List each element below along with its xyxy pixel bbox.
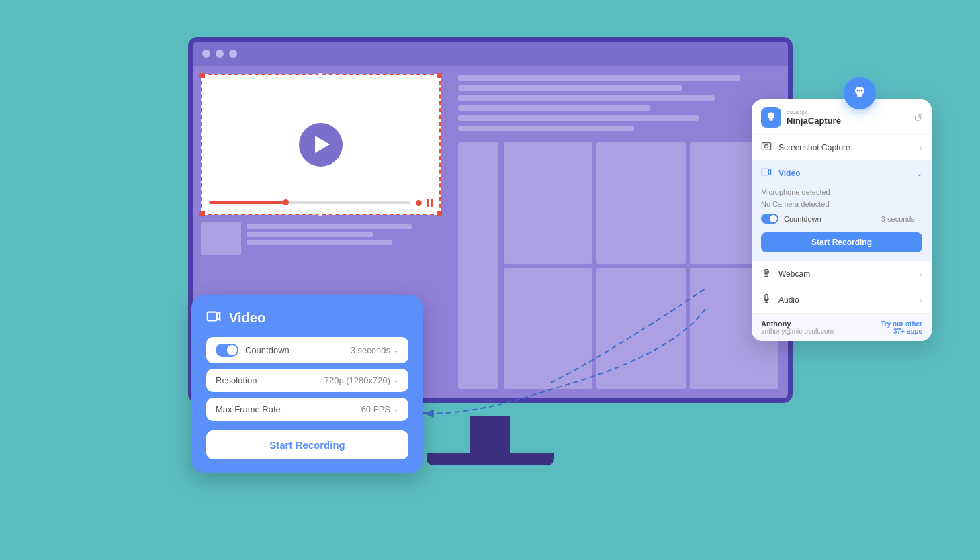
svg-marker-6 [768, 169, 770, 175]
ninja-start-recording-button[interactable]: Start Recording [761, 232, 922, 252]
video-section-label: Video [778, 169, 800, 178]
webcam-label: Webcam [778, 269, 810, 279]
popup-countdown-label: Countdown [245, 345, 289, 355]
screenshot-icon [761, 141, 772, 154]
svg-point-1 [859, 90, 861, 92]
browser-dot-3 [229, 50, 237, 58]
svg-point-8 [766, 271, 768, 273]
app-bubble-icon[interactable] [844, 77, 876, 109]
screenshot-chevron: › [920, 144, 922, 152]
popup-countdown-row: Countdown 3 seconds ⌄ [206, 337, 408, 363]
video-chevron: ⌄ [916, 169, 922, 178]
svg-rect-11 [208, 312, 217, 321]
popup-framerate-label: Max Frame Rate [216, 404, 281, 414]
svg-point-7 [764, 269, 769, 274]
popup-framerate-value: 60 FPS [361, 404, 390, 414]
screenshot-section[interactable]: Screenshot Capture › [752, 135, 932, 160]
popup-framerate-chevron: ⌄ [393, 405, 399, 414]
svg-rect-3 [762, 143, 770, 150]
audio-section[interactable]: Audio › [752, 287, 932, 313]
popup-header: Video [206, 309, 408, 326]
ninja-countdown-value: 3 seconds [881, 215, 915, 223]
popup-countdown-chevron: ⌄ [393, 346, 399, 355]
ninja-header: 500apps NinjaCapture ↺ [752, 99, 932, 135]
svg-point-4 [764, 144, 768, 148]
ninja-brand: 500apps [787, 109, 841, 115]
ninja-footer: Anthony anthony@microsoft.com Try our ot… [752, 313, 932, 341]
ninja-logo-icon [761, 107, 781, 128]
ninja-countdown-toggle[interactable] [761, 214, 778, 224]
video-section-icon [761, 167, 772, 180]
video-popup-card: Video Countdown 3 seconds ⌄ Resolution 7… [191, 295, 423, 473]
popup-video-icon [206, 309, 221, 326]
svg-point-2 [861, 90, 863, 92]
popup-start-recording-button[interactable]: Start Recording [206, 430, 408, 459]
video-player-area [201, 74, 441, 215]
audio-label: Audio [778, 295, 799, 305]
popup-resolution-value: 720p (1280x720) [324, 375, 390, 385]
ninja-capture-panel: 500apps NinjaCapture ↺ Screenshot Captur… [752, 99, 932, 341]
webcam-chevron: › [920, 270, 922, 278]
ninja-countdown-label: Countdown [784, 215, 821, 223]
ninja-app-name: NinjaCapture [787, 115, 841, 126]
popup-framerate-row: Max Frame Rate 60 FPS ⌄ [206, 398, 408, 421]
try-apps-link[interactable]: Try our other 37+ apps [881, 320, 922, 335]
mic-status: Microphone detected [761, 186, 922, 198]
popup-resolution-chevron: ⌄ [393, 376, 399, 385]
camera-status: No Camera detected [761, 198, 922, 210]
svg-rect-5 [762, 169, 768, 175]
audio-icon [761, 293, 772, 307]
svg-marker-12 [217, 313, 220, 320]
svg-point-0 [857, 90, 859, 92]
browser-dot-2 [216, 50, 224, 58]
video-section: Video ⌄ Microphone detected No Camera de… [752, 160, 932, 261]
popup-countdown-toggle[interactable] [216, 344, 238, 357]
webcam-section[interactable]: Webcam › [752, 261, 932, 287]
try-apps-text: Try our other [881, 320, 922, 328]
audio-chevron: › [920, 296, 922, 304]
browser-dot-1 [202, 50, 210, 58]
popup-resolution-label: Resolution [216, 375, 257, 385]
popup-title: Video [229, 310, 265, 326]
popup-countdown-value: 3 seconds [351, 345, 390, 355]
play-button[interactable] [299, 123, 343, 167]
popup-resolution-row: Resolution 720p (1280x720) ⌄ [206, 369, 408, 392]
webcam-icon [761, 267, 772, 281]
try-apps-count: 37+ apps [881, 328, 922, 335]
screenshot-label: Screenshot Capture [778, 143, 850, 152]
user-email: anthony@microsoft.com [761, 328, 834, 335]
history-icon[interactable]: ↺ [914, 111, 922, 124]
user-name: Anthony [761, 320, 834, 328]
